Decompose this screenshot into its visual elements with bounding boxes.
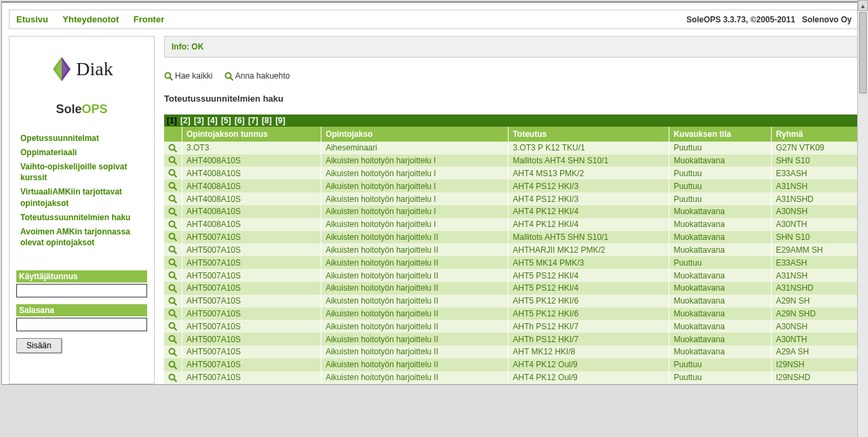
cell-code[interactable]: AHT5007A10S	[182, 269, 321, 282]
cell-course[interactable]: Aikuisten hoitotyön harjoittelu I	[321, 167, 509, 180]
cell-group[interactable]: A31NSH	[772, 180, 859, 192]
cell-code[interactable]: 3.OT3	[182, 142, 321, 154]
row-view-icon[interactable]	[164, 218, 182, 231]
cell-course[interactable]: Aikuisten hoitotyön harjoittelu II	[321, 346, 509, 358]
row-view-icon[interactable]	[164, 269, 182, 282]
row-view-icon[interactable]	[164, 371, 182, 384]
cell-code[interactable]: AHT5007A10S	[182, 320, 321, 333]
cell-state[interactable]: Muokattavana	[669, 346, 772, 358]
cell-group[interactable]: A29A SH	[772, 346, 859, 358]
cell-code[interactable]: AHT5007A10S	[182, 243, 321, 256]
cell-impl[interactable]: AHT4 PK12 HKI/4	[509, 218, 669, 231]
cell-group[interactable]: A30NTH	[772, 333, 859, 346]
page-link[interactable]: [1]	[167, 116, 177, 125]
cell-group[interactable]: A29N SHD	[772, 308, 859, 320]
cell-state[interactable]: Puuttuu	[669, 358, 772, 371]
page-link[interactable]: [6]	[235, 116, 245, 125]
col-header-group[interactable]: Ryhmä	[772, 127, 859, 142]
col-header-impl[interactable]: Toteutus	[509, 127, 669, 142]
cell-course[interactable]: Aikuisten hoitotyön harjoittelu II	[321, 333, 509, 346]
cell-group[interactable]: A29N SH	[772, 295, 859, 308]
cell-impl[interactable]: AHTHARJII MK12 PMK/2	[509, 243, 669, 256]
cell-course[interactable]: Aikuisten hoitotyön harjoittelu II	[321, 282, 509, 295]
row-view-icon[interactable]	[164, 308, 182, 320]
cell-group[interactable]: A31NSHD	[772, 192, 859, 205]
cell-code[interactable]: AHT5007A10S	[182, 358, 321, 371]
row-view-icon[interactable]	[164, 205, 182, 218]
sidebar-item[interactable]: VirtuaaliAMKiin tarjottavat opintojaksot	[16, 185, 147, 211]
cell-impl[interactable]: Mallitots AHT4 SHN S10/1	[509, 154, 669, 167]
cell-state[interactable]: Muokattavana	[669, 333, 772, 346]
nav-contacts[interactable]: Yhteydenotot	[62, 14, 119, 24]
cell-course[interactable]: Aikuisten hoitotyön harjoittelu I	[321, 205, 509, 218]
cell-state[interactable]: Puuttuu	[669, 167, 772, 180]
cell-course[interactable]: Aikuisten hoitotyön harjoittelu II	[321, 269, 509, 282]
cell-group[interactable]: G27N VTK09	[772, 142, 859, 154]
row-view-icon[interactable]	[164, 282, 182, 295]
cell-state[interactable]: Muokattavana	[669, 308, 772, 320]
cell-course[interactable]: Aikuisten hoitotyön harjoittelu II	[321, 371, 509, 384]
cell-impl[interactable]: AHT5 MK14 PMK/3	[509, 256, 669, 269]
row-view-icon[interactable]	[164, 192, 182, 205]
cell-code[interactable]: AHT4008A10S	[182, 192, 321, 205]
login-button[interactable]: Sisään	[16, 338, 62, 353]
cell-code[interactable]: AHT4008A10S	[182, 218, 321, 231]
row-view-icon[interactable]	[164, 320, 182, 333]
page-link[interactable]: [4]	[208, 116, 218, 125]
vertical-scrollbar[interactable]: ▲	[857, 0, 868, 386]
cell-state[interactable]: Muokattavana	[669, 269, 772, 282]
cell-group[interactable]: SHN S10	[772, 231, 859, 244]
cell-group[interactable]: E29AMM SH	[772, 243, 859, 256]
cell-code[interactable]: AHT5007A10S	[182, 282, 321, 295]
cell-state[interactable]: Muokattavana	[669, 295, 772, 308]
cell-code[interactable]: AHT4008A10S	[182, 154, 321, 167]
cell-group[interactable]: A30NSH	[772, 205, 859, 218]
sidebar-item[interactable]: Avoimen AMKin tarjonnassa olevat opintoj…	[16, 225, 147, 251]
cell-impl[interactable]: AHT5 PS12 HKI/4	[509, 282, 669, 295]
cell-course[interactable]: Aikuisten hoitotyön harjoittelu II	[321, 243, 509, 256]
sidebar-item[interactable]: Opetussuunnitelmat	[16, 131, 147, 146]
cell-state[interactable]: Muokattavana	[669, 231, 772, 244]
cell-impl[interactable]: AHT4 PK12 HKI/4	[509, 205, 669, 218]
nav-fronter[interactable]: Fronter	[134, 14, 165, 24]
search-all-link[interactable]: Hae kaikki	[164, 71, 215, 81]
scroll-thumb[interactable]	[859, 12, 867, 93]
cell-course[interactable]: Aikuisten hoitotyön harjoittelu II	[321, 358, 509, 371]
cell-code[interactable]: AHT5007A10S	[182, 371, 321, 384]
cell-impl[interactable]: AHT4 PK12 Oul/9	[509, 358, 669, 371]
sidebar-item[interactable]: Oppimateriaali	[16, 146, 147, 160]
row-view-icon[interactable]	[164, 167, 182, 180]
cell-group[interactable]: E33ASH	[772, 167, 859, 180]
row-view-icon[interactable]	[164, 346, 182, 358]
cell-course[interactable]: Aikuisten hoitotyön harjoittelu II	[321, 295, 509, 308]
cell-code[interactable]: AHT5007A10S	[182, 308, 321, 320]
cell-group[interactable]: I29NSHD	[772, 371, 859, 384]
row-view-icon[interactable]	[164, 243, 182, 256]
cell-code[interactable]: AHT5007A10S	[182, 346, 321, 358]
cell-state[interactable]: Puuttuu	[669, 192, 772, 205]
cell-course[interactable]: Aikuisten hoitotyön harjoittelu II	[321, 308, 509, 320]
cell-code[interactable]: AHT5007A10S	[182, 231, 321, 244]
cell-state[interactable]: Muokattavana	[669, 218, 772, 231]
cell-state[interactable]: Muokattavana	[669, 205, 772, 218]
row-view-icon[interactable]	[164, 180, 182, 192]
cell-code[interactable]: AHT5007A10S	[182, 295, 321, 308]
cell-impl[interactable]: AHTh PS12 HKI/7	[509, 333, 669, 346]
username-input[interactable]	[16, 284, 147, 297]
col-header-state[interactable]: Kuvauksen tila	[669, 127, 772, 142]
cell-course[interactable]: Aikuisten hoitotyön harjoittelu I	[321, 180, 509, 192]
cell-course[interactable]: Aikuisten hoitotyön harjoittelu I	[321, 218, 509, 231]
cell-course[interactable]: Aikuisten hoitotyön harjoittelu II	[321, 231, 509, 244]
cell-group[interactable]: A31NSH	[772, 269, 859, 282]
cell-impl[interactable]: AHTh PS12 HKI/7	[509, 320, 669, 333]
cell-course[interactable]: Aikuisten hoitotyön harjoittelu I	[321, 154, 509, 167]
cell-group[interactable]: E33ASH	[772, 256, 859, 269]
cell-state[interactable]: Puuttuu	[669, 142, 772, 154]
cell-state[interactable]: Puuttuu	[669, 180, 772, 192]
cell-code[interactable]: AHT4008A10S	[182, 205, 321, 218]
sidebar-item[interactable]: Toteutussuunnitelmien haku	[16, 211, 147, 225]
row-view-icon[interactable]	[164, 231, 182, 244]
page-link[interactable]: [5]	[221, 116, 231, 125]
scroll-up-arrow-icon[interactable]: ▲	[858, 0, 868, 11]
page-link[interactable]: [7]	[248, 116, 258, 125]
